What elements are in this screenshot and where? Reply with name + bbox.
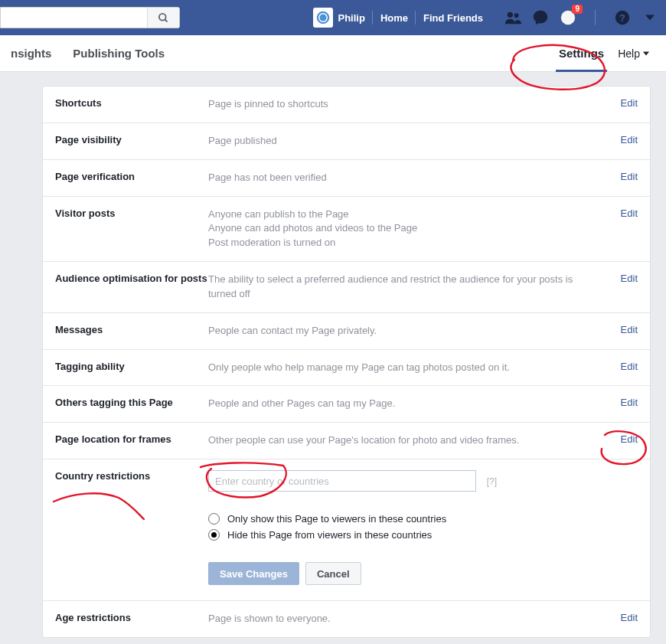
row-label: Shortcuts: [55, 97, 208, 112]
edit-link[interactable]: Edit: [621, 208, 638, 219]
help-icon[interactable]: ?: [614, 9, 631, 26]
radio-hide[interactable]: Hide this Page from viewers in these cou…: [208, 529, 638, 541]
chevron-down-icon: [643, 51, 649, 57]
notification-badge: 9: [572, 5, 583, 14]
svg-point-6: [514, 13, 519, 18]
edit-link[interactable]: Edit: [621, 97, 638, 109]
edit-link[interactable]: Edit: [621, 273, 638, 284]
row-label: Others tagging this Page: [55, 397, 208, 411]
topbar: Philip Home Find Friends 9 ?: [0, 0, 666, 35]
svg-line-1: [165, 19, 167, 21]
radio-only-show[interactable]: Only show this Page to viewers in these …: [208, 513, 638, 525]
svg-point-4: [320, 15, 327, 21]
messages-icon[interactable]: [532, 9, 549, 26]
avatar: [313, 8, 333, 28]
country-help-link[interactable]: [?]: [487, 476, 497, 487]
row-value: Page is shown to everyone.: [208, 612, 638, 626]
edit-link[interactable]: Edit: [621, 361, 638, 372]
tab-help[interactable]: Help: [615, 47, 652, 60]
row-country-restrictions: Country restrictions [?] Only show this …: [43, 459, 650, 601]
row-value: Other people can use your Page's locatio…: [208, 433, 638, 448]
row-page-visibility: Page visibility Page published Edit: [43, 123, 650, 160]
friend-requests-icon[interactable]: [504, 9, 521, 26]
svg-point-5: [508, 12, 513, 18]
row-label: Page location for frames: [55, 433, 208, 448]
cancel-button[interactable]: Cancel: [305, 562, 361, 585]
row-page-verification: Page verification Page has not been veri…: [43, 160, 650, 197]
tab-insights[interactable]: nsights: [0, 35, 62, 72]
edit-link[interactable]: Edit: [621, 134, 638, 145]
row-label: Audience optimisation for posts: [55, 273, 208, 302]
country-radio-group: Only show this Page to viewers in these …: [208, 513, 638, 541]
row-value: Page published: [208, 134, 638, 149]
row-value: The ability to select a preferred audien…: [208, 273, 638, 302]
nav-find-friends[interactable]: Find Friends: [416, 0, 491, 35]
svg-point-0: [159, 13, 166, 20]
row-label: Country restrictions: [55, 470, 208, 585]
edit-link[interactable]: Edit: [621, 612, 638, 623]
tab-publishing-tools[interactable]: Publishing Tools: [62, 35, 175, 72]
row-shortcuts: Shortcuts Page is pinned to shortcuts Ed…: [43, 87, 650, 123]
save-button[interactable]: Save Changes: [208, 562, 299, 585]
divider: [595, 10, 596, 25]
row-value: People can contact my Page privately.: [208, 324, 638, 338]
row-label: Age restrictions: [55, 612, 208, 626]
row-visitor-posts: Visitor posts Anyone can publish to the …: [43, 197, 650, 263]
search-icon: [158, 12, 169, 24]
row-others-tagging: Others tagging this Page People and othe…: [43, 386, 650, 423]
nav-home[interactable]: Home: [373, 0, 416, 35]
settings-panel: Shortcuts Page is pinned to shortcuts Ed…: [42, 86, 651, 638]
row-value: Page has not been verified: [208, 171, 638, 185]
edit-link[interactable]: Edit: [621, 433, 638, 445]
row-messages: Messages People can contact my Page priv…: [43, 313, 650, 350]
edit-link[interactable]: Edit: [621, 171, 638, 182]
edit-link[interactable]: Edit: [621, 397, 638, 408]
search-box[interactable]: [0, 7, 180, 28]
row-label: Page visibility: [55, 134, 208, 149]
page-tabs: nsights Publishing Tools Settings Help: [0, 35, 666, 72]
row-value: Only people who help manage my Page can …: [208, 361, 638, 375]
dropdown-caret-icon[interactable]: [642, 9, 658, 26]
radio-indicator: [208, 529, 220, 541]
row-label: Visitor posts: [55, 208, 208, 251]
radio-indicator: [208, 513, 220, 525]
row-audience-optimisation: Audience optimisation for posts The abil…: [43, 262, 650, 313]
row-label: Page verification: [55, 171, 208, 185]
row-label: Messages: [55, 324, 208, 338]
row-value: Page is pinned to shortcuts: [208, 97, 638, 112]
country-input[interactable]: [208, 470, 476, 492]
edit-link[interactable]: Edit: [621, 324, 638, 335]
row-value: Anyone can publish to the Page Anyone ca…: [208, 208, 638, 251]
notifications-icon[interactable]: 9: [560, 9, 576, 26]
row-tagging-ability: Tagging ability Only people who help man…: [43, 350, 650, 387]
username: Philip: [338, 12, 364, 24]
nav-profile[interactable]: Philip: [305, 0, 372, 35]
row-age-restrictions: Age restrictions Page is shown to everyo…: [43, 601, 650, 637]
settings-content: Shortcuts Page is pinned to shortcuts Ed…: [0, 72, 666, 638]
row-value: People and other Pages can tag my Page.: [208, 397, 638, 411]
svg-text:?: ?: [619, 12, 625, 24]
row-page-location-frames: Page location for frames Other people ca…: [43, 423, 650, 459]
tab-settings[interactable]: Settings: [548, 35, 615, 72]
search-button[interactable]: [147, 8, 179, 28]
avatar-icon: [316, 11, 330, 25]
row-label: Tagging ability: [55, 361, 208, 375]
search-input[interactable]: [1, 8, 147, 28]
